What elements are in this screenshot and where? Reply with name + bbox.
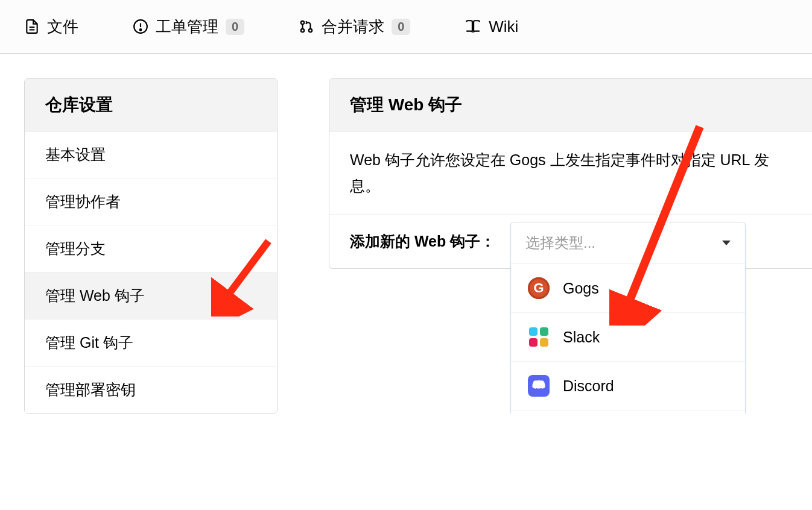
- svg-point-5: [301, 21, 304, 24]
- tab-files[interactable]: 文件: [24, 16, 78, 37]
- sidebar-item-webhooks[interactable]: 管理 Web 钩子: [25, 272, 277, 320]
- pulls-count-badge: 0: [392, 19, 410, 35]
- sidebar-item-branches[interactable]: 管理分支: [25, 225, 277, 272]
- add-webhook-row: 添加新的 Web 钩子： 选择类型... Gogs: [329, 215, 812, 268]
- webhook-type-dropdown: 选择类型... Gogs Slack: [510, 222, 746, 414]
- option-label: Discord: [563, 377, 614, 395]
- svg-point-6: [301, 29, 304, 32]
- dropdown-option-gogs[interactable]: Gogs: [511, 264, 745, 313]
- issues-count-badge: 0: [226, 19, 244, 35]
- svg-point-7: [309, 29, 312, 32]
- dropdown-trigger[interactable]: 选择类型...: [511, 222, 745, 264]
- panel-description: Web 钩子允许您设定在 Gogs 上发生指定事件时对指定 URL 发息。: [329, 131, 812, 215]
- tab-label: 合并请求: [322, 16, 384, 37]
- git-pull-icon: [299, 19, 314, 34]
- sidebar-item-deploykeys[interactable]: 管理部署密钥: [25, 367, 277, 413]
- book-icon: [465, 19, 481, 34]
- option-label: Gogs: [563, 280, 599, 297]
- svg-point-4: [140, 29, 142, 31]
- tab-wiki[interactable]: Wiki: [465, 17, 518, 36]
- issue-icon: [133, 19, 148, 34]
- file-icon: [24, 19, 40, 34]
- dropdown-option-dingtalk[interactable]: Dingtalk: [511, 411, 745, 414]
- panel-title: 管理 Web 钩子: [329, 79, 812, 131]
- gogs-icon: [528, 277, 550, 299]
- tab-label: Wiki: [489, 17, 518, 36]
- tab-issues[interactable]: 工单管理 0: [133, 16, 244, 37]
- settings-sidebar: 仓库设置 基本设置 管理协作者 管理分支 管理 Web 钩子 管理 Git 钩子…: [24, 78, 278, 414]
- tab-label: 文件: [47, 16, 78, 37]
- webhook-panel: 管理 Web 钩子 Web 钩子允许您设定在 Gogs 上发生指定事件时对指定 …: [329, 78, 812, 269]
- dropdown-option-discord[interactable]: Discord: [511, 362, 745, 411]
- sidebar-item-basic[interactable]: 基本设置: [25, 131, 277, 178]
- content-area: 管理 Web 钩子 Web 钩子允许您设定在 Gogs 上发生指定事件时对指定 …: [329, 78, 812, 269]
- dropdown-placeholder: 选择类型...: [525, 233, 595, 253]
- sidebar-item-collaborators[interactable]: 管理协作者: [25, 178, 277, 225]
- tab-pulls[interactable]: 合并请求 0: [299, 16, 410, 37]
- slack-icon: [528, 326, 550, 348]
- dropdown-option-slack[interactable]: Slack: [511, 313, 745, 362]
- tab-label: 工单管理: [156, 16, 218, 37]
- repo-tabs: 文件 工单管理 0 合并请求 0 Wiki: [0, 0, 812, 54]
- sidebar-item-githooks[interactable]: 管理 Git 钩子: [25, 320, 277, 367]
- discord-icon: [528, 375, 550, 397]
- option-label: Slack: [563, 329, 600, 346]
- sidebar-title: 仓库设置: [25, 79, 277, 131]
- add-webhook-label: 添加新的 Web 钩子：: [350, 233, 495, 250]
- chevron-down-icon: [722, 241, 731, 245]
